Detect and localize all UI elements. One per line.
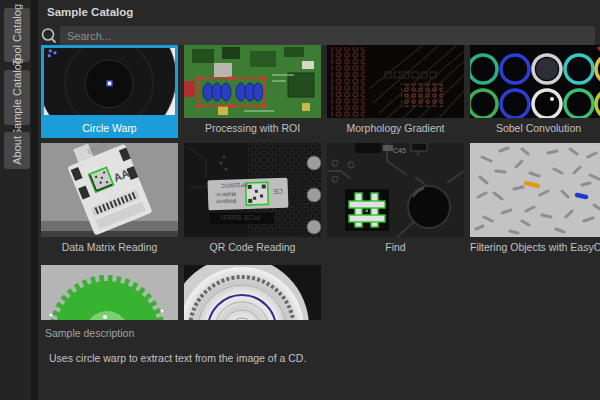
sample-thumbnail-qr-label: PP21007C Made in Belgium CE PCB Batch [184,143,321,237]
sample-label: Morphology Gradient [327,118,464,138]
sample-tile-processing-with-roi[interactable]: Processing with ROI [184,45,321,138]
search-icon [40,26,57,45]
sample-thumbnail-pcb-roi [184,45,321,118]
description-text: Uses circle warp to extract text from th… [38,339,600,364]
sample-thumbnail-dark-dot-grid [327,45,464,118]
sample-tile-sobel-convolution[interactable]: Sobel Convolution [470,45,600,138]
sample-tile-find[interactable]: C45 Find [327,143,464,257]
grid-row: AA 100101 Data Matrix Reading [41,143,600,257]
sidebar-tab-tool-catalog[interactable]: Tool Catalog [4,8,30,62]
svg-text:C45: C45 [393,147,406,154]
sample-tile-cd[interactable] [184,265,321,320]
sample-description-panel: Sample description Uses circle warp to e… [38,320,600,400]
sample-thumbnail-edge-circles [470,45,600,118]
svg-text:Belgium: Belgium [216,198,236,205]
sample-tile-qr-code-reading[interactable]: PP21007C Made in Belgium CE PCB Batch QR… [184,143,321,257]
grid-row [41,265,600,320]
sample-thumbnail-cd-top [184,265,321,320]
sample-thumbnail-datamatrix-part: AA 100101 [41,143,178,237]
sample-label: Filtering Objects with EasyObject [470,237,600,257]
sample-label: Circle Warp [41,118,178,138]
sample-label: Sobel Convolution [470,118,600,138]
sample-tile-morphology-gradient[interactable]: Morphology Gradient [327,45,464,138]
sample-tile-gear[interactable] [41,265,178,320]
highlighted-object-orange [526,183,538,186]
sample-tile-data-matrix-reading[interactable]: AA 100101 Data Matrix Reading [41,143,178,257]
sample-tile-circle-warp[interactable]: Circle Warp [41,45,178,138]
sample-label: QR Code Reading [184,237,321,257]
sample-grid: Circle Warp [41,45,600,320]
sample-label: Processing with ROI [184,118,321,138]
sample-tile-filtering-objects[interactable]: Filtering Objects with EasyObject [470,143,600,257]
sidebar: Tool Catalog Sample Catalog About [0,0,38,400]
highlighted-object-blue [577,195,586,197]
sample-thumbnail-green-gear [41,265,178,320]
sample-label: Find [327,237,464,257]
svg-text:PCB Batch: PCB Batch [221,213,260,222]
svg-text:PP21007C: PP21007C [221,182,248,189]
sample-label: Data Matrix Reading [41,237,178,257]
search-bar [40,26,595,45]
description-heading: Sample description [38,320,600,339]
sample-thumbnail-cd-lens [41,45,178,118]
sidebar-tab-label: Tool Catalog [11,4,23,65]
svg-text:Made in: Made in [216,191,236,198]
sidebar-tab-label: About [11,136,23,165]
sidebar-tab-label: Sample Catalog [11,58,23,136]
page-title: Sample Catalog [47,6,133,18]
svg-text:CE: CE [273,188,283,195]
search-input[interactable] [60,26,595,45]
sidebar-tab-sample-catalog[interactable]: Sample Catalog [4,70,30,125]
sample-thumbnail-fiducial: C45 [327,143,464,237]
sample-thumbnail-blob-filter [470,143,600,237]
sidebar-tab-about[interactable]: About [4,132,30,169]
grid-row: Circle Warp [41,45,600,138]
